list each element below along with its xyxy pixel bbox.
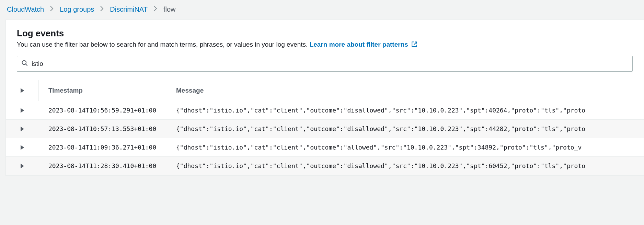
cell-timestamp: 2023-08-14T10:56:59.291+01:00 xyxy=(39,101,176,119)
breadcrumb: CloudWatch Log groups DiscrimiNAT flow xyxy=(0,0,644,20)
panel-title: Log events xyxy=(17,28,633,39)
caret-right-icon xyxy=(21,164,24,168)
cell-timestamp: 2023-08-14T11:09:36.271+01:00 xyxy=(39,138,176,156)
panel-subtitle-text: You can use the filter bar below to sear… xyxy=(17,41,310,48)
svg-point-0 xyxy=(22,61,26,65)
filter-input[interactable] xyxy=(32,60,628,68)
caret-right-icon xyxy=(21,127,24,131)
log-row: 2023-08-14T11:09:36.271+01:00 {"dhost":"… xyxy=(6,138,644,157)
expand-all-toggle[interactable] xyxy=(6,80,39,101)
expand-row-toggle[interactable] xyxy=(6,138,39,156)
breadcrumb-link-discriminat[interactable]: DiscrimiNAT xyxy=(110,5,148,13)
caret-right-icon xyxy=(21,145,24,150)
breadcrumb-link-log-groups[interactable]: Log groups xyxy=(60,5,94,13)
cell-message: {"dhost":"istio.io","cat":"client","outc… xyxy=(176,120,644,138)
chevron-right-icon xyxy=(100,6,104,13)
table-body: 2023-08-14T10:56:59.291+01:00 {"dhost":"… xyxy=(6,101,644,175)
cell-timestamp: 2023-08-14T11:28:30.410+01:00 xyxy=(39,157,176,175)
cell-message: {"dhost":"istio.io","cat":"client","outc… xyxy=(176,138,644,156)
log-row: 2023-08-14T10:56:59.291+01:00 {"dhost":"… xyxy=(6,101,644,120)
expand-row-toggle[interactable] xyxy=(6,157,39,175)
column-header-message[interactable]: Message xyxy=(176,80,644,101)
caret-right-icon xyxy=(21,108,24,113)
learn-more-label: Learn more about filter patterns xyxy=(310,41,408,48)
caret-right-icon xyxy=(21,88,24,93)
table-header: Timestamp Message xyxy=(6,80,644,101)
chevron-right-icon xyxy=(50,6,54,13)
search-icon xyxy=(21,60,28,68)
log-events-panel: Log events You can use the filter bar be… xyxy=(5,20,644,176)
breadcrumb-link-cloudwatch[interactable]: CloudWatch xyxy=(7,5,44,13)
cell-message: {"dhost":"istio.io","cat":"client","outc… xyxy=(176,101,644,119)
log-row: 2023-08-14T11:28:30.410+01:00 {"dhost":"… xyxy=(6,157,644,175)
svg-line-1 xyxy=(26,64,27,66)
filter-search-box[interactable] xyxy=(17,56,633,72)
expand-row-toggle[interactable] xyxy=(6,101,39,119)
panel-subtitle: You can use the filter bar below to sear… xyxy=(17,41,633,49)
learn-more-link[interactable]: Learn more about filter patterns xyxy=(310,41,417,48)
column-header-timestamp[interactable]: Timestamp xyxy=(39,80,176,101)
cell-message: {"dhost":"istio.io","cat":"client","outc… xyxy=(176,157,644,175)
cell-timestamp: 2023-08-14T10:57:13.553+01:00 xyxy=(39,120,176,138)
external-link-icon xyxy=(411,41,417,49)
chevron-right-icon xyxy=(154,6,157,13)
breadcrumb-current: flow xyxy=(163,5,176,13)
expand-row-toggle[interactable] xyxy=(6,120,39,138)
log-row: 2023-08-14T10:57:13.553+01:00 {"dhost":"… xyxy=(6,120,644,138)
